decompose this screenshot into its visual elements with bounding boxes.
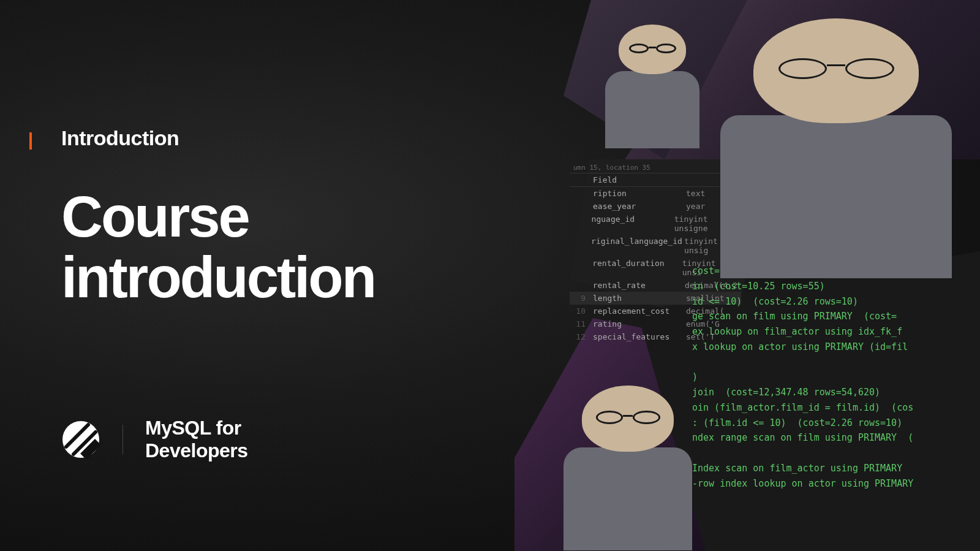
footer-brand: MySQL for Developers xyxy=(61,417,248,462)
page-title: Course introduction xyxy=(61,187,375,308)
planetscale-logo-icon xyxy=(61,420,100,459)
brand-line: Developers xyxy=(145,439,248,462)
title-slide: Introduction Course introduction MySQL f… xyxy=(0,0,980,551)
title-line: Course xyxy=(61,187,375,248)
section-marker xyxy=(29,132,32,150)
brand-name: MySQL for Developers xyxy=(145,417,248,462)
svg-point-0 xyxy=(62,421,99,458)
section-label: Introduction xyxy=(61,126,179,150)
brand-line: MySQL for xyxy=(145,417,248,439)
title-line: introduction xyxy=(61,248,375,308)
logo-divider xyxy=(123,425,123,454)
